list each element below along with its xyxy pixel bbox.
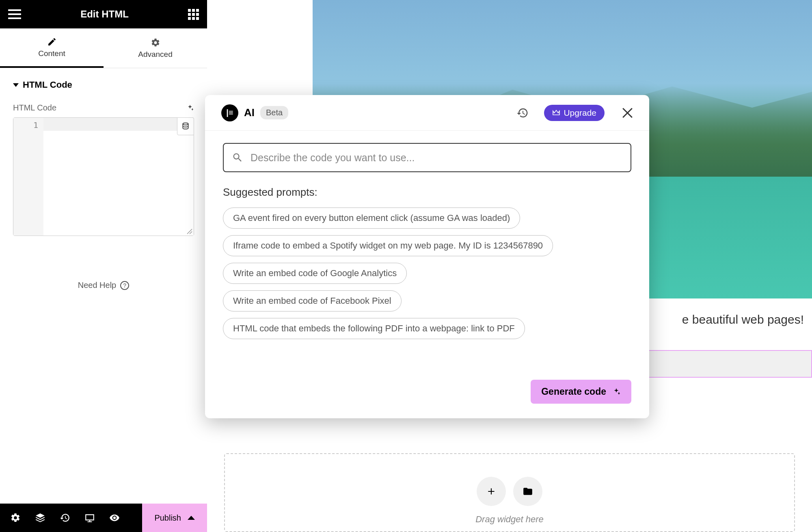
close-icon[interactable] bbox=[622, 107, 633, 119]
suggested-chip[interactable]: Write an embed code of Google Analytics bbox=[223, 263, 407, 284]
need-help-link[interactable]: Need Help ? bbox=[13, 281, 194, 290]
field-label-row: HTML Code bbox=[13, 103, 194, 112]
sidebar: Edit HTML Content Advanced HTML Code HTM… bbox=[0, 0, 207, 532]
pencil-icon bbox=[47, 37, 57, 47]
database-icon bbox=[181, 122, 190, 131]
code-area[interactable] bbox=[43, 118, 194, 236]
navigator-icon[interactable] bbox=[35, 513, 45, 523]
responsive-icon[interactable] bbox=[84, 513, 95, 523]
ai-modal: |≡ AI Beta Upgrade Suggested prompts: GA… bbox=[205, 95, 649, 418]
sidebar-header: Edit HTML bbox=[0, 0, 207, 28]
hero-text: e beautiful web pages! bbox=[682, 313, 804, 327]
caret-down-icon bbox=[13, 83, 19, 87]
suggested-chip[interactable]: Iframe code to embed a Spotify widget on… bbox=[223, 235, 553, 256]
field-label: HTML Code bbox=[13, 103, 56, 112]
history-icon[interactable] bbox=[60, 513, 70, 523]
tab-content[interactable]: Content bbox=[0, 28, 104, 68]
generate-label: Generate code bbox=[541, 386, 606, 397]
tab-label: Content bbox=[38, 49, 65, 58]
publish-label: Publish bbox=[154, 513, 181, 523]
elementor-logo-icon: |≡ bbox=[221, 104, 238, 121]
suggested-chip[interactable]: HTML code that embeds the following PDF … bbox=[223, 318, 525, 339]
widgets-grid-icon[interactable] bbox=[188, 9, 199, 20]
upgrade-button[interactable]: Upgrade bbox=[544, 105, 605, 121]
suggested-chips: GA event fired on every button element c… bbox=[223, 208, 631, 339]
history-icon[interactable] bbox=[516, 107, 529, 119]
svg-point-0 bbox=[183, 123, 188, 125]
tab-advanced[interactable]: Advanced bbox=[104, 28, 207, 68]
modal-footer: Generate code bbox=[223, 380, 631, 404]
crown-icon bbox=[552, 110, 560, 116]
panel-title: Edit HTML bbox=[21, 9, 188, 20]
beta-badge: Beta bbox=[260, 106, 288, 119]
resize-handle-icon[interactable] bbox=[186, 228, 193, 235]
suggested-title: Suggested prompts: bbox=[223, 186, 631, 199]
suggested-chip[interactable]: Write an embed code of Facebook Pixel bbox=[223, 290, 402, 311]
search-icon bbox=[232, 152, 243, 163]
sparkle-icon bbox=[612, 387, 621, 396]
folder-icon bbox=[523, 486, 533, 497]
section-title: HTML Code bbox=[23, 80, 72, 90]
suggested-chip[interactable]: GA event fired on every button element c… bbox=[223, 208, 520, 229]
upgrade-label: Upgrade bbox=[564, 108, 596, 118]
gear-icon bbox=[151, 38, 160, 48]
prompt-input[interactable] bbox=[251, 152, 622, 164]
modal-header: |≡ AI Beta Upgrade bbox=[205, 95, 649, 131]
preview-icon[interactable] bbox=[109, 513, 120, 523]
dynamic-tags-button[interactable] bbox=[177, 117, 194, 135]
help-icon: ? bbox=[120, 281, 129, 290]
panel-body: HTML Code HTML Code 1 Need Help ? bbox=[0, 68, 207, 504]
hamburger-icon[interactable] bbox=[8, 9, 21, 19]
line-highlight bbox=[43, 118, 194, 131]
ai-label: AI bbox=[244, 106, 255, 119]
bottom-bar: Publish bbox=[0, 504, 207, 532]
ai-sparkle-icon[interactable] bbox=[186, 104, 194, 112]
add-widget-button[interactable] bbox=[477, 477, 506, 506]
code-gutter: 1 bbox=[13, 118, 43, 236]
plus-icon bbox=[486, 486, 497, 497]
add-template-button[interactable] bbox=[513, 477, 542, 506]
code-editor[interactable]: 1 bbox=[13, 117, 194, 236]
drop-buttons bbox=[477, 477, 542, 506]
tabs-row: Content Advanced bbox=[0, 28, 207, 68]
section-header[interactable]: HTML Code bbox=[13, 80, 194, 90]
need-help-label: Need Help bbox=[78, 281, 117, 290]
gutter-line-number: 1 bbox=[13, 118, 43, 130]
bottom-icons bbox=[0, 513, 142, 523]
drop-text: Drag widget here bbox=[475, 514, 544, 525]
chevron-up-icon bbox=[188, 516, 195, 520]
generate-code-button[interactable]: Generate code bbox=[531, 380, 631, 404]
settings-icon[interactable] bbox=[10, 513, 21, 523]
publish-button[interactable]: Publish bbox=[142, 504, 207, 532]
drop-zone[interactable]: Drag widget here bbox=[224, 453, 795, 532]
prompt-input-wrapper bbox=[223, 143, 631, 172]
tab-label: Advanced bbox=[138, 50, 173, 59]
modal-body: Suggested prompts: GA event fired on eve… bbox=[205, 131, 649, 418]
